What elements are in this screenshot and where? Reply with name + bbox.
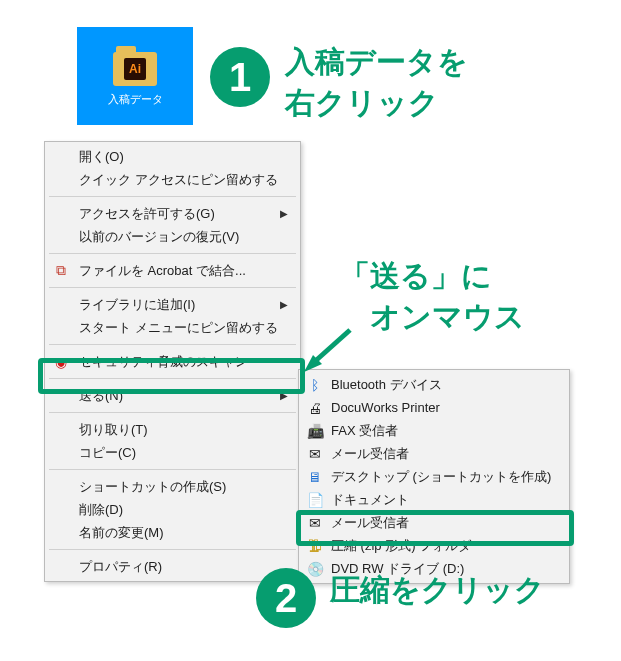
menu-label: 送る(N) (79, 387, 123, 405)
menu-open[interactable]: 開く(O) (45, 145, 300, 168)
desktop-folder-icon[interactable]: Ai 入稿データ (77, 27, 193, 125)
menu-label: アクセスを許可する(G) (79, 205, 215, 223)
menu-label: FAX 受信者 (331, 422, 398, 440)
menu-pin-start[interactable]: スタート メニューにピン留めする (45, 316, 300, 339)
context-menu-main: 開く(O) クイック アクセスにピン留めする アクセスを許可する(G)▶ 以前の… (44, 141, 301, 582)
menu-label: スタート メニューにピン留めする (79, 319, 278, 337)
folder-icon: Ai (113, 52, 157, 86)
menu-label: 以前のバージョンの復元(V) (79, 228, 239, 246)
sendto-mail[interactable]: ✉メール受信者 (299, 442, 569, 465)
svg-line-0 (312, 330, 350, 364)
separator (49, 378, 296, 379)
step2-badge: 2 (256, 568, 316, 628)
step2-caption: 圧縮をクリック (330, 570, 545, 611)
menu-label: デスクトップ (ショートカットを作成) (331, 468, 551, 486)
desktop-icon: 🖥 (307, 469, 323, 485)
menu-grant-access[interactable]: アクセスを許可する(G)▶ (45, 202, 300, 225)
menu-security-scan[interactable]: ◉ セキュリティ脅威のスキャン (45, 350, 300, 373)
chevron-right-icon: ▶ (280, 208, 288, 219)
separator (49, 344, 296, 345)
separator (49, 287, 296, 288)
menu-copy[interactable]: コピー(C) (45, 441, 300, 464)
mail-icon: ✉ (307, 515, 323, 531)
sendto-bluetooth[interactable]: ᛒBluetooth デバイス (299, 373, 569, 396)
separator (49, 469, 296, 470)
zip-folder-icon: 🗜 (307, 538, 323, 554)
chevron-right-icon: ▶ (280, 299, 288, 310)
sendto-documents[interactable]: 📄ドキュメント (299, 488, 569, 511)
sendto-mail2[interactable]: ✉メール受信者 (299, 511, 569, 534)
document-icon: 📄 (307, 492, 323, 508)
menu-label: クイック アクセスにピン留めする (79, 171, 278, 189)
menu-label: メール受信者 (331, 445, 409, 463)
printer-icon: 🖨 (307, 400, 323, 416)
menu-restore-previous[interactable]: 以前のバージョンの復元(V) (45, 225, 300, 248)
menu-label: 切り取り(T) (79, 421, 148, 439)
acrobat-icon: ⧉ (53, 263, 69, 279)
dvd-icon: 💿 (307, 561, 323, 577)
step1-badge: 1 (210, 47, 270, 107)
context-menu-sendto: ᛒBluetooth デバイス 🖨DocuWorks Printer 📠FAX … (298, 369, 570, 584)
bluetooth-icon: ᛒ (307, 377, 323, 393)
separator (49, 253, 296, 254)
menu-label: セキュリティ脅威のスキャン (79, 353, 248, 371)
menu-label: メール受信者 (331, 514, 409, 532)
fax-icon: 📠 (307, 423, 323, 439)
menu-label: DocuWorks Printer (331, 400, 440, 415)
menu-delete[interactable]: 削除(D) (45, 498, 300, 521)
chevron-right-icon: ▶ (280, 390, 288, 401)
menu-label: ファイルを Acrobat で結合... (79, 262, 246, 280)
menu-property[interactable]: プロパティ(R) (45, 555, 300, 578)
separator (49, 412, 296, 413)
sendto-hint: 「送る」に オンマウス (340, 256, 525, 337)
menu-rename[interactable]: 名前の変更(M) (45, 521, 300, 544)
menu-label: 圧縮 (zip 形式) フォルダー (331, 537, 484, 555)
sendto-docuworks[interactable]: 🖨DocuWorks Printer (299, 396, 569, 419)
step1-caption: 入稿データを右クリック (285, 42, 468, 123)
menu-open-label: 開く(O) (79, 148, 124, 166)
menu-label: プロパティ(R) (79, 558, 162, 576)
menu-label: ショートカットの作成(S) (79, 478, 226, 496)
folder-label: 入稿データ (108, 92, 163, 107)
separator (49, 196, 296, 197)
menu-label: ライブラリに追加(I) (79, 296, 195, 314)
menu-pin-quickaccess[interactable]: クイック アクセスにピン留めする (45, 168, 300, 191)
menu-combine-acrobat[interactable]: ⧉ ファイルを Acrobat で結合... (45, 259, 300, 282)
menu-cut[interactable]: 切り取り(T) (45, 418, 300, 441)
separator (49, 549, 296, 550)
menu-label: Bluetooth デバイス (331, 376, 442, 394)
sendto-fax[interactable]: 📠FAX 受信者 (299, 419, 569, 442)
sendto-zip[interactable]: 🗜圧縮 (zip 形式) フォルダー (299, 534, 569, 557)
menu-send-to[interactable]: 送る(N)▶ (45, 384, 300, 407)
menu-label: ドキュメント (331, 491, 409, 509)
sendto-desktop-shortcut[interactable]: 🖥デスクトップ (ショートカットを作成) (299, 465, 569, 488)
pointer-arrow-icon (300, 324, 360, 374)
menu-label: 名前の変更(M) (79, 524, 164, 542)
mail-icon: ✉ (307, 446, 323, 462)
ai-badge-icon: Ai (124, 58, 146, 80)
menu-label: 削除(D) (79, 501, 123, 519)
security-icon: ◉ (53, 354, 69, 370)
menu-label: コピー(C) (79, 444, 136, 462)
menu-add-library[interactable]: ライブラリに追加(I)▶ (45, 293, 300, 316)
menu-create-shortcut[interactable]: ショートカットの作成(S) (45, 475, 300, 498)
